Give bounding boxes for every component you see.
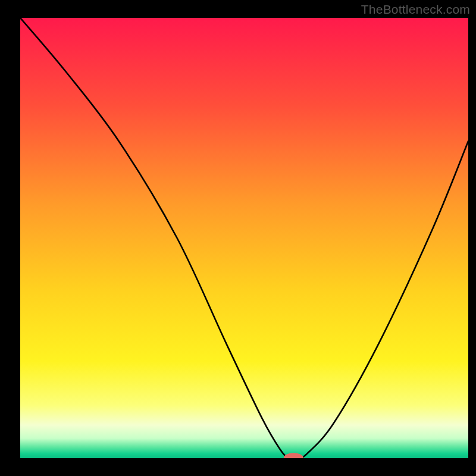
watermark-text: TheBottleneck.com — [361, 2, 470, 17]
chart-frame: TheBottleneck.com — [0, 0, 476, 476]
gradient-background — [20, 18, 468, 458]
plot-area — [20, 18, 468, 458]
chart-svg — [20, 18, 468, 458]
